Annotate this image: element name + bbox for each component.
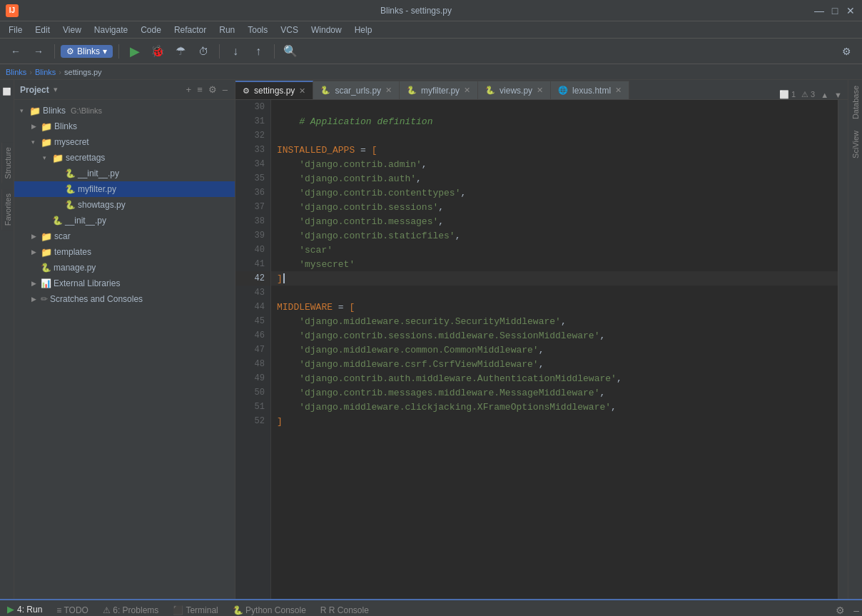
run-tab[interactable]: ▶ 4: Run bbox=[0, 600, 49, 617]
blinks-arrow: ▶ bbox=[31, 123, 39, 130]
tree-item-blinks[interactable]: ▶ 📁 Blinks bbox=[14, 118, 235, 134]
favorites-panel-label[interactable]: Favorites bbox=[1, 189, 14, 230]
settings-button[interactable]: ⚙ bbox=[836, 41, 856, 61]
run-minimize-button[interactable]: – bbox=[851, 602, 862, 617]
templates-folder-icon: 📁 bbox=[41, 247, 52, 258]
views-tab-close[interactable]: ✕ bbox=[537, 86, 543, 95]
toolbar-separator2 bbox=[118, 44, 119, 59]
ext-libs-arrow: ▶ bbox=[31, 280, 39, 287]
line-51: 51 bbox=[235, 400, 270, 414]
templates-label: templates bbox=[54, 247, 91, 257]
menu-view[interactable]: View bbox=[57, 24, 87, 36]
scar-arrow: ▶ bbox=[31, 233, 39, 240]
bottom-tabs-right: ⚙ – bbox=[833, 602, 862, 617]
profile-button[interactable]: ⏱ bbox=[193, 41, 213, 61]
menu-window[interactable]: Window bbox=[305, 24, 348, 36]
tab-settings[interactable]: ⚙ settings.py ✕ bbox=[235, 81, 313, 99]
tree-item-ext-libs[interactable]: ▶ 📊 External Libraries bbox=[14, 276, 235, 291]
left-strip-project-icon[interactable]: ⬜ bbox=[1, 86, 13, 97]
app-icon: IJ bbox=[6, 4, 19, 17]
menu-vcs[interactable]: VCS bbox=[275, 24, 304, 36]
coverage-button[interactable]: ☂ bbox=[171, 41, 191, 61]
mysecret-folder-icon: 📁 bbox=[41, 137, 52, 148]
tree-item-manage[interactable]: ▶ 🐍 manage.py bbox=[14, 260, 235, 276]
code-line-42: ] bbox=[271, 271, 838, 286]
problems-tab[interactable]: ⚠ 6: Problems bbox=[96, 600, 166, 617]
todo-tab[interactable]: ≡ TODO bbox=[49, 600, 96, 617]
myfilter-tab-close[interactable]: ✕ bbox=[464, 86, 470, 95]
scroll-up-btn[interactable]: ▲ bbox=[821, 91, 828, 99]
line-36: 36 bbox=[235, 186, 270, 200]
tree-item-mysecret[interactable]: ▾ 📁 mysecret bbox=[14, 134, 235, 150]
tree-item-showtags[interactable]: ▶ 🐍 showtags.py bbox=[14, 197, 235, 213]
code-line-39: 'django.contrib.staticfiles', bbox=[271, 228, 838, 243]
menu-navigate[interactable]: Navigate bbox=[88, 24, 133, 36]
menu-refactor[interactable]: Refactor bbox=[168, 24, 212, 36]
menu-code[interactable]: Code bbox=[135, 24, 167, 36]
search-everywhere[interactable]: 🔍 bbox=[280, 41, 300, 61]
showtags-file-icon: 🐍 bbox=[65, 200, 76, 210]
settings-tab-close[interactable]: ✕ bbox=[299, 86, 305, 96]
collapse-all-button[interactable]: ≡ bbox=[196, 83, 204, 96]
maximize-button[interactable]: □ bbox=[829, 5, 841, 16]
tree-root[interactable]: ▾ 📁 Blinks G:\Blinks bbox=[14, 103, 235, 118]
close-proj-button[interactable]: – bbox=[221, 83, 229, 96]
project-dropdown-icon[interactable]: ▾ bbox=[54, 85, 58, 94]
forward-button[interactable]: → bbox=[29, 41, 49, 61]
lexus-tab-close[interactable]: ✕ bbox=[615, 86, 622, 95]
line-45: 45 bbox=[235, 314, 270, 328]
tree-item-templates[interactable]: ▶ 📁 templates bbox=[14, 244, 235, 260]
debug-button[interactable]: 🐞 bbox=[148, 41, 168, 61]
run-settings-button[interactable]: ⚙ bbox=[833, 602, 848, 617]
structure-panel-label[interactable]: Structure bbox=[1, 143, 14, 183]
vcs-commit-button[interactable]: ↑ bbox=[248, 41, 268, 61]
line-39: 39 bbox=[235, 228, 270, 243]
menu-file[interactable]: File bbox=[3, 24, 28, 36]
vcs-update-button[interactable]: ↓ bbox=[225, 41, 245, 61]
tab-myfilter[interactable]: 🐍 myfilter.py ✕ bbox=[400, 81, 478, 99]
scroll-down-btn[interactable]: ▼ bbox=[834, 91, 842, 99]
code-line-51: 'django.middleware.clickjacking.XFrameOp… bbox=[271, 400, 838, 414]
scar-folder-icon: 📁 bbox=[41, 231, 52, 242]
manage-file-icon: 🐍 bbox=[41, 263, 51, 273]
project-selector[interactable]: ⚙ Blinks ▾ bbox=[61, 45, 113, 58]
editor-scrollbar[interactable] bbox=[838, 100, 848, 599]
menu-tools[interactable]: Tools bbox=[242, 24, 273, 36]
close-button[interactable]: ✕ bbox=[845, 5, 856, 16]
back-button[interactable]: ← bbox=[6, 41, 26, 61]
tab-scar-urls[interactable]: 🐍 scar_urls.py ✕ bbox=[313, 81, 400, 99]
menu-help[interactable]: Help bbox=[349, 24, 378, 36]
settings-tab-label: settings.py bbox=[254, 86, 295, 96]
root-folder-icon: 📁 bbox=[29, 106, 41, 116]
scratches-icon: ✏ bbox=[41, 294, 48, 304]
breadcrumb-blinks1[interactable]: Blinks bbox=[6, 68, 26, 76]
right-side-panel: Database SciView bbox=[848, 80, 862, 599]
database-panel-label[interactable]: Database bbox=[848, 80, 863, 125]
tab-views[interactable]: 🐍 views.py ✕ bbox=[478, 81, 551, 99]
menu-edit[interactable]: Edit bbox=[29, 24, 56, 36]
r-console-tab[interactable]: R R Console bbox=[313, 600, 376, 617]
terminal-tab[interactable]: ⬛ Terminal bbox=[166, 600, 225, 617]
tree-item-init1[interactable]: ▶ 🐍 __init__.py bbox=[14, 166, 235, 181]
tree-item-scar[interactable]: ▶ 📁 scar bbox=[14, 228, 235, 244]
run-button[interactable]: ▶ bbox=[125, 41, 145, 61]
add-file-button[interactable]: + bbox=[185, 83, 193, 96]
code-editor[interactable]: # Application definition INSTALLED_APPS … bbox=[271, 100, 838, 599]
scarurls-tab-close[interactable]: ✕ bbox=[385, 86, 392, 95]
python-console-tab[interactable]: 🐍 Python Console bbox=[225, 600, 313, 617]
breadcrumb-blinks2[interactable]: Blinks bbox=[35, 68, 56, 76]
settings-proj-button[interactable]: ⚙ bbox=[207, 83, 218, 96]
line-34: 34 bbox=[235, 157, 270, 171]
sciview-panel-label[interactable]: SciView bbox=[848, 125, 863, 164]
minimize-button[interactable]: — bbox=[813, 5, 825, 16]
tree-item-secrettags[interactable]: ▾ 📁 secrettags bbox=[14, 150, 235, 166]
line-31: 31 bbox=[235, 114, 270, 128]
menu-run[interactable]: Run bbox=[213, 24, 240, 36]
scarurls-tab-icon: 🐍 bbox=[320, 86, 330, 95]
tab-lexus[interactable]: 🌐 lexus.html ✕ bbox=[551, 81, 629, 99]
code-line-37: 'django.contrib.sessions', bbox=[271, 200, 838, 214]
tree-item-scratches[interactable]: ▶ ✏ Scratches and Consoles bbox=[14, 291, 235, 307]
tree-item-init2[interactable]: ▶ 🐍 __init__.py bbox=[14, 213, 235, 228]
r-console-tab-label: R R Console bbox=[320, 605, 369, 615]
tree-item-myfilter[interactable]: ▶ 🐍 myfilter.py bbox=[14, 181, 235, 197]
